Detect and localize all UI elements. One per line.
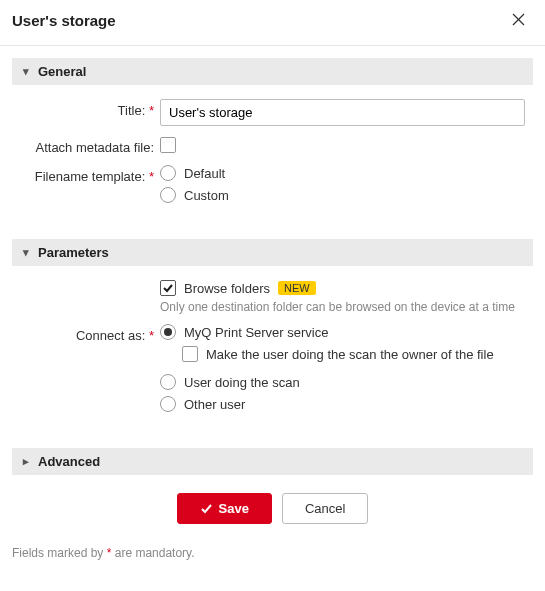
section-header-advanced[interactable]: ▸ Advanced [12, 448, 533, 475]
chevron-right-icon: ▸ [20, 455, 32, 468]
cancel-button[interactable]: Cancel [282, 493, 368, 524]
connect-service-radio[interactable] [160, 324, 176, 340]
cancel-button-label: Cancel [305, 501, 345, 516]
filename-custom-label: Custom [184, 188, 229, 203]
connect-other-user-radio[interactable] [160, 396, 176, 412]
filename-default-radio[interactable] [160, 165, 176, 181]
section-header-general[interactable]: ▾ General [12, 58, 533, 85]
connect-user-scan-label: User doing the scan [184, 375, 300, 390]
close-button[interactable] [508, 10, 529, 31]
browse-folders-label: Browse folders [184, 281, 270, 296]
row-filename-template: Filename template: * Default Custom [20, 165, 525, 209]
attach-metadata-checkbox[interactable] [160, 137, 176, 153]
section-body-general: Title: * Attach metadata file: Filename … [12, 85, 533, 229]
browse-folders-checkbox[interactable] [160, 280, 176, 296]
make-owner-checkbox[interactable] [182, 346, 198, 362]
section-body-parameters: Browse folders NEW Only one destination … [12, 266, 533, 438]
label-title: Title: * [20, 99, 160, 118]
make-owner-label: Make the user doing the scan the owner o… [206, 347, 494, 362]
dialog-footer: Save Cancel [12, 475, 533, 538]
mandatory-note: Fields marked by * are mandatory. [0, 546, 545, 572]
dialog-title: User's storage [12, 12, 116, 29]
storage-dialog: User's storage ▾ General Title: * Attach… [0, 0, 545, 572]
connect-service-label: MyQ Print Server service [184, 325, 328, 340]
connect-user-scan-radio[interactable] [160, 374, 176, 390]
row-attach-metadata: Attach metadata file: [20, 136, 525, 155]
chevron-down-icon: ▾ [20, 246, 32, 259]
filename-default-label: Default [184, 166, 225, 181]
dialog-content: ▾ General Title: * Attach metadata file: [0, 46, 545, 546]
new-badge: NEW [278, 281, 316, 295]
save-button-label: Save [219, 501, 249, 516]
save-button[interactable]: Save [177, 493, 272, 524]
label-attach-metadata: Attach metadata file: [20, 136, 160, 155]
section-header-parameters[interactable]: ▾ Parameters [12, 239, 533, 266]
row-browse-folders: Browse folders NEW Only one destination … [20, 280, 525, 314]
connect-other-user-label: Other user [184, 397, 245, 412]
title-input[interactable] [160, 99, 525, 126]
check-icon [200, 502, 213, 515]
section-label: Advanced [38, 454, 100, 469]
label-connect-as: Connect as: * [20, 324, 160, 343]
chevron-down-icon: ▾ [20, 65, 32, 78]
section-label: General [38, 64, 86, 79]
dialog-header: User's storage [0, 0, 545, 46]
row-connect-as: Connect as: * MyQ Print Server service M… [20, 324, 525, 418]
browse-folders-hint: Only one destination folder can be brows… [160, 300, 525, 314]
label-filename-template: Filename template: * [20, 165, 160, 184]
section-label: Parameters [38, 245, 109, 260]
row-title: Title: * [20, 99, 525, 126]
close-icon [512, 13, 525, 26]
filename-custom-radio[interactable] [160, 187, 176, 203]
